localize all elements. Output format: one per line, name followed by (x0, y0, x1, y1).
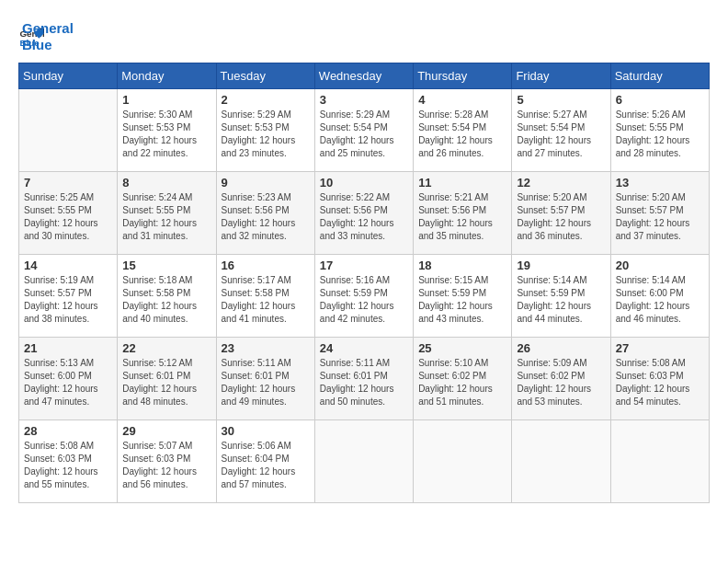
day-number: 11 (418, 176, 506, 190)
logo: General Blue General Blue (18, 18, 74, 53)
day-detail: Sunrise: 5:08 AMSunset: 6:03 PMDaylight:… (24, 440, 112, 491)
calendar-cell: 15Sunrise: 5:18 AMSunset: 5:58 PMDayligh… (118, 255, 216, 338)
calendar-week-3: 14Sunrise: 5:19 AMSunset: 5:57 PMDayligh… (19, 255, 710, 338)
day-detail: Sunrise: 5:21 AMSunset: 5:56 PMDaylight:… (418, 191, 506, 243)
day-detail: Sunrise: 5:24 AMSunset: 5:55 PMDaylight:… (122, 191, 210, 243)
column-header-friday: Friday (512, 63, 610, 89)
calendar-week-1: 1Sunrise: 5:30 AMSunset: 5:53 PMDaylight… (19, 89, 710, 172)
calendar-cell: 8Sunrise: 5:24 AMSunset: 5:55 PMDaylight… (118, 172, 216, 255)
calendar-cell: 25Sunrise: 5:10 AMSunset: 6:02 PMDayligh… (414, 338, 512, 420)
day-number: 28 (24, 424, 112, 438)
day-detail: Sunrise: 5:28 AMSunset: 5:54 PMDaylight:… (418, 109, 506, 160)
day-number: 3 (320, 93, 408, 107)
calendar-cell: 7Sunrise: 5:25 AMSunset: 5:55 PMDaylight… (19, 172, 118, 255)
day-number: 22 (122, 341, 210, 355)
day-detail: Sunrise: 5:11 AMSunset: 6:01 PMDaylight:… (320, 357, 408, 408)
day-number: 27 (616, 341, 704, 355)
calendar-cell (414, 420, 512, 503)
day-number: 23 (222, 341, 310, 355)
day-detail: Sunrise: 5:27 AMSunset: 5:54 PMDaylight:… (517, 109, 605, 160)
calendar-cell (19, 89, 118, 172)
column-header-monday: Monday (118, 63, 216, 89)
calendar-cell: 12Sunrise: 5:20 AMSunset: 5:57 PMDayligh… (512, 172, 610, 255)
calendar-cell: 4Sunrise: 5:28 AMSunset: 5:54 PMDaylight… (414, 89, 512, 172)
calendar-week-5: 28Sunrise: 5:08 AMSunset: 6:03 PMDayligh… (19, 420, 710, 503)
calendar-cell: 11Sunrise: 5:21 AMSunset: 5:56 PMDayligh… (414, 172, 512, 255)
calendar-cell: 1Sunrise: 5:30 AMSunset: 5:53 PMDaylight… (118, 89, 216, 172)
day-number: 9 (222, 176, 310, 190)
calendar-cell: 10Sunrise: 5:22 AMSunset: 5:56 PMDayligh… (314, 172, 413, 255)
day-detail: Sunrise: 5:19 AMSunset: 5:57 PMDaylight:… (24, 274, 112, 326)
calendar-cell: 14Sunrise: 5:19 AMSunset: 5:57 PMDayligh… (19, 255, 118, 338)
day-detail: Sunrise: 5:10 AMSunset: 6:02 PMDaylight:… (418, 357, 506, 408)
calendar-cell: 20Sunrise: 5:14 AMSunset: 6:00 PMDayligh… (610, 255, 709, 338)
day-number: 20 (616, 259, 704, 272)
calendar-cell: 27Sunrise: 5:08 AMSunset: 6:03 PMDayligh… (610, 338, 709, 420)
day-number: 2 (222, 93, 310, 107)
day-detail: Sunrise: 5:22 AMSunset: 5:56 PMDaylight:… (320, 191, 408, 243)
calendar-cell: 23Sunrise: 5:11 AMSunset: 6:01 PMDayligh… (216, 338, 314, 420)
day-number: 13 (616, 176, 704, 190)
day-number: 12 (517, 176, 605, 190)
day-number: 17 (320, 259, 408, 272)
calendar-cell: 16Sunrise: 5:17 AMSunset: 5:58 PMDayligh… (216, 255, 314, 338)
day-detail: Sunrise: 5:20 AMSunset: 5:57 PMDaylight:… (517, 191, 605, 243)
day-number: 1 (122, 93, 210, 107)
calendar-cell: 29Sunrise: 5:07 AMSunset: 6:03 PMDayligh… (118, 420, 216, 503)
calendar-cell (314, 420, 413, 503)
day-number: 10 (320, 176, 408, 190)
day-number: 30 (222, 424, 310, 438)
calendar-cell: 26Sunrise: 5:09 AMSunset: 6:02 PMDayligh… (512, 338, 610, 420)
calendar-cell: 9Sunrise: 5:23 AMSunset: 5:56 PMDaylight… (216, 172, 314, 255)
day-detail: Sunrise: 5:14 AMSunset: 6:00 PMDaylight:… (616, 274, 704, 326)
day-detail: Sunrise: 5:11 AMSunset: 6:01 PMDaylight:… (222, 357, 310, 408)
day-detail: Sunrise: 5:13 AMSunset: 6:00 PMDaylight:… (24, 357, 112, 408)
calendar-table: SundayMondayTuesdayWednesdayThursdayFrid… (18, 63, 710, 503)
day-number: 21 (24, 341, 112, 355)
calendar-header-row: SundayMondayTuesdayWednesdayThursdayFrid… (19, 63, 710, 89)
day-detail: Sunrise: 5:12 AMSunset: 6:01 PMDaylight:… (122, 357, 210, 408)
calendar-cell: 17Sunrise: 5:16 AMSunset: 5:59 PMDayligh… (314, 255, 413, 338)
day-number: 6 (616, 93, 704, 107)
calendar-cell: 24Sunrise: 5:11 AMSunset: 6:01 PMDayligh… (314, 338, 413, 420)
day-detail: Sunrise: 5:20 AMSunset: 5:57 PMDaylight:… (616, 191, 704, 243)
day-detail: Sunrise: 5:17 AMSunset: 5:58 PMDaylight:… (222, 274, 310, 326)
column-header-thursday: Thursday (414, 63, 512, 89)
page-header: General Blue General Blue (18, 18, 710, 53)
day-number: 26 (517, 341, 605, 355)
day-detail: Sunrise: 5:14 AMSunset: 5:59 PMDaylight:… (517, 274, 605, 326)
calendar-cell: 28Sunrise: 5:08 AMSunset: 6:03 PMDayligh… (19, 420, 118, 503)
column-header-wednesday: Wednesday (314, 63, 413, 89)
day-number: 4 (418, 93, 506, 107)
calendar-body: 1Sunrise: 5:30 AMSunset: 5:53 PMDaylight… (19, 89, 710, 503)
day-detail: Sunrise: 5:18 AMSunset: 5:58 PMDaylight:… (122, 274, 210, 326)
day-detail: Sunrise: 5:30 AMSunset: 5:53 PMDaylight:… (122, 109, 210, 160)
day-number: 24 (320, 341, 408, 355)
calendar-cell: 18Sunrise: 5:15 AMSunset: 5:59 PMDayligh… (414, 255, 512, 338)
calendar-cell: 6Sunrise: 5:26 AMSunset: 5:55 PMDaylight… (610, 89, 709, 172)
day-number: 5 (517, 93, 605, 107)
calendar-week-2: 7Sunrise: 5:25 AMSunset: 5:55 PMDaylight… (19, 172, 710, 255)
day-number: 29 (122, 424, 210, 438)
calendar-cell: 19Sunrise: 5:14 AMSunset: 5:59 PMDayligh… (512, 255, 610, 338)
day-number: 15 (122, 259, 210, 272)
day-detail: Sunrise: 5:06 AMSunset: 6:04 PMDaylight:… (222, 440, 310, 491)
day-number: 16 (222, 259, 310, 272)
column-header-sunday: Sunday (19, 63, 118, 89)
logo-line2: Blue (22, 37, 74, 53)
day-detail: Sunrise: 5:16 AMSunset: 5:59 PMDaylight:… (320, 274, 408, 326)
calendar-cell: 3Sunrise: 5:29 AMSunset: 5:54 PMDaylight… (314, 89, 413, 172)
day-detail: Sunrise: 5:26 AMSunset: 5:55 PMDaylight:… (616, 109, 704, 160)
day-number: 19 (517, 259, 605, 272)
calendar-cell: 22Sunrise: 5:12 AMSunset: 6:01 PMDayligh… (118, 338, 216, 420)
day-detail: Sunrise: 5:29 AMSunset: 5:53 PMDaylight:… (222, 109, 310, 160)
day-detail: Sunrise: 5:29 AMSunset: 5:54 PMDaylight:… (320, 109, 408, 160)
day-detail: Sunrise: 5:25 AMSunset: 5:55 PMDaylight:… (24, 191, 112, 243)
logo-line1: General (22, 20, 74, 37)
calendar-cell: 30Sunrise: 5:06 AMSunset: 6:04 PMDayligh… (216, 420, 314, 503)
calendar-cell: 21Sunrise: 5:13 AMSunset: 6:00 PMDayligh… (19, 338, 118, 420)
day-number: 8 (122, 176, 210, 190)
day-number: 14 (24, 259, 112, 272)
day-detail: Sunrise: 5:15 AMSunset: 5:59 PMDaylight:… (418, 274, 506, 326)
column-header-tuesday: Tuesday (216, 63, 314, 89)
